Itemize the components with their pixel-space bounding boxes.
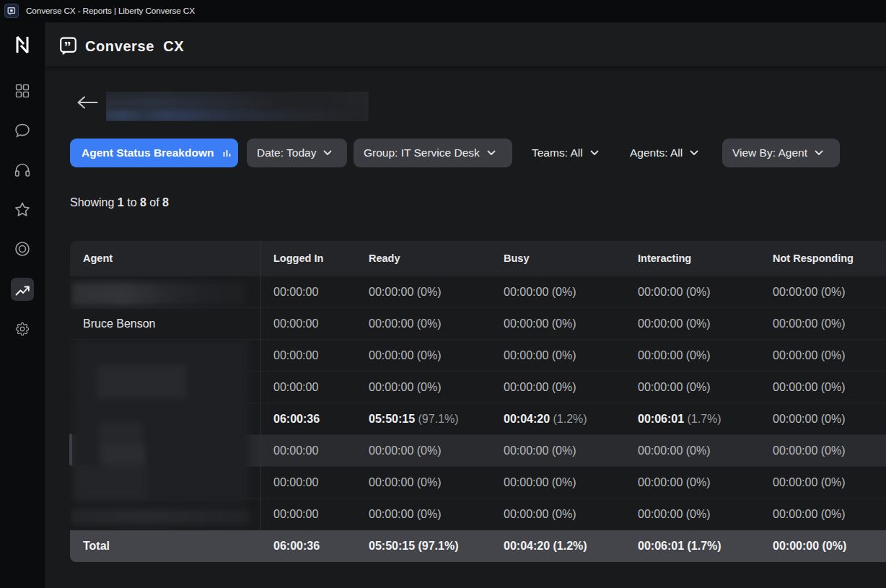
svg-text:”: ” bbox=[63, 39, 71, 55]
